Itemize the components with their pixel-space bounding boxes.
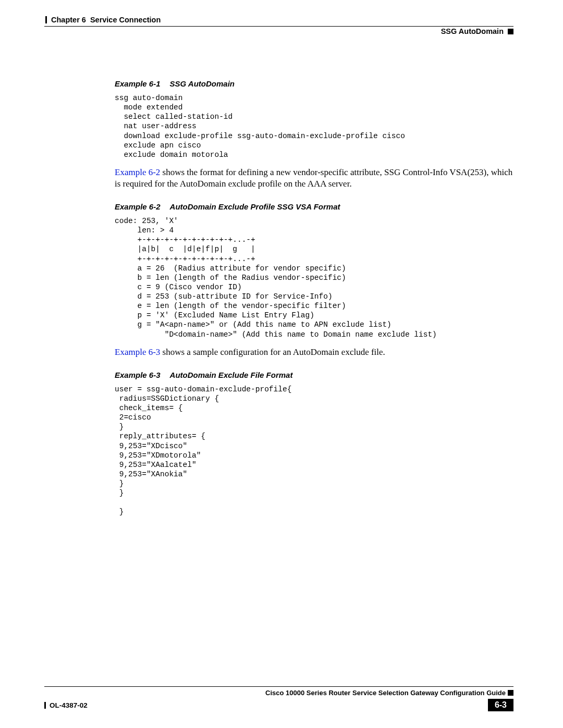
header-square-icon (508, 29, 513, 34)
example-1-title: SSG AutoDomain (170, 79, 235, 88)
page-number: 6-3 (488, 699, 513, 711)
chapter-title: Service Connection (90, 16, 161, 24)
example-3-heading: Example 6-3AutoDomain Exclude File Forma… (115, 371, 513, 379)
example-3-label: Example 6-3 (115, 371, 161, 379)
page-header: Chapter 6 Service Connection SSG AutoDom… (44, 16, 513, 40)
paragraph-2-text: shows a sample configuration for an Auto… (160, 347, 385, 357)
footer-square-icon (508, 690, 513, 696)
example-2-heading: Example 6-2AutoDomain Exclude Profile SS… (115, 202, 513, 211)
chapter-heading: Chapter 6 Service Connection (45, 16, 161, 24)
example-3-title: AutoDomain Exclude File Format (170, 371, 293, 379)
example-2-code: code: 253, 'X' len: > 4 +-+-+-+-+-+-+-+-… (115, 216, 513, 339)
header-rule (44, 26, 513, 27)
paragraph-1: Example 6-2 shows the format for definin… (115, 167, 513, 190)
page-footer: Cisco 10000 Series Router Service Select… (44, 686, 513, 711)
example-2-label: Example 6-2 (115, 202, 161, 211)
section-heading: SSG AutoDomain (441, 27, 513, 35)
chapter-label: Chapter 6 (51, 16, 86, 24)
example-1-label: Example 6-1 (115, 79, 161, 88)
footer-guide-title: Cisco 10000 Series Router Service Select… (44, 689, 508, 697)
example-3-link[interactable]: Example 6-3 (115, 347, 160, 357)
paragraph-1-text: shows the format for defining a new vend… (115, 167, 512, 189)
doc-id: OL-4387-02 (44, 701, 88, 709)
footer-rule (44, 686, 513, 687)
doc-id-text: OL-4387-02 (50, 701, 88, 709)
example-2-title: AutoDomain Exclude Profile SSG VSA Forma… (170, 202, 340, 211)
paragraph-2: Example 6-3 shows a sample configuration… (115, 347, 513, 358)
header-bar-icon (45, 16, 47, 23)
section-title: SSG AutoDomain (441, 27, 504, 35)
example-1-code: ssg auto-domain mode extended select cal… (115, 93, 513, 159)
example-1-heading: Example 6-1SSG AutoDomain (115, 79, 513, 88)
footer-bar-icon (44, 702, 46, 709)
main-content: Example 6-1SSG AutoDomain ssg auto-domai… (115, 79, 513, 517)
example-3-code: user = ssg-auto-domain-exclude-profile{ … (115, 385, 513, 517)
example-2-link[interactable]: Example 6-2 (115, 167, 160, 177)
